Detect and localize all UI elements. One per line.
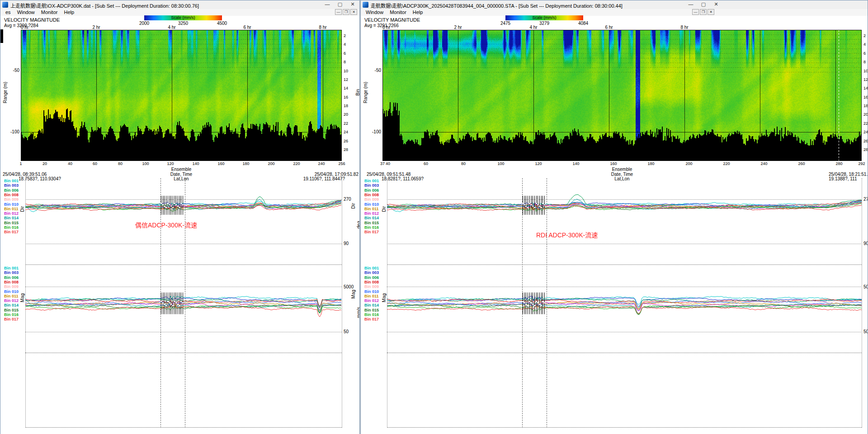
ensemble-tick: 240	[318, 162, 325, 166]
bin-tick: 26	[863, 139, 868, 144]
bin-tick: 2	[344, 34, 346, 38]
ensemble-tick: 20	[42, 162, 47, 166]
scale-tick: 2475	[500, 21, 510, 26]
ensemble-tick: 80	[118, 162, 123, 166]
range-tick: -50	[6, 68, 19, 73]
window-left: 上走航数据\走航\OX-ADCP300K.dat - [Sub Set --- …	[0, 0, 360, 434]
range-axis-label: Range (m)	[3, 82, 8, 103]
legend-bin-label: Bin 017	[4, 230, 19, 235]
ensemble-tick: 200	[685, 162, 692, 166]
dir-tick: 90	[344, 241, 349, 246]
bin-tick: 20	[344, 113, 348, 117]
magnitude-chart[interactable]	[25, 265, 342, 353]
minimize-button[interactable]: —	[324, 1, 330, 7]
legend-bin-label: Bin 003	[4, 271, 19, 275]
plot-title: VELOCITY MAGNITUDE	[4, 17, 60, 23]
ensemble-tick: 80	[461, 162, 466, 166]
dir-tick: 90	[863, 241, 868, 246]
legend-bin-label: Bin 014	[4, 216, 19, 221]
scale-tick: 2000	[139, 21, 149, 26]
range-tick: -100	[368, 129, 381, 135]
close-button[interactable]: ✕	[349, 1, 356, 7]
bin-tick: 24	[344, 130, 348, 135]
ensemble-tick: 100	[142, 162, 149, 166]
menu-item[interactable]: Help	[410, 9, 426, 15]
mag-axis-unit: mm/s	[356, 307, 360, 318]
legend-bin-label: Bin 017	[364, 317, 379, 322]
child-minimize-button[interactable]: —	[335, 9, 342, 15]
bin-tick: 28	[863, 148, 868, 152]
ensemble-tick: 260	[798, 162, 805, 166]
menu-item[interactable]: Window	[363, 9, 387, 15]
mag-axis-name-left: Mag	[382, 293, 387, 302]
bin-tick: 16	[344, 95, 348, 100]
dir-axis-unit: deg	[356, 221, 360, 229]
close-button[interactable]: ✕	[713, 1, 719, 7]
dir-axis-name: Dir	[351, 203, 356, 209]
window-controls: — ▢ ✕	[688, 1, 719, 7]
menu-item[interactable]: Monitor	[38, 9, 61, 15]
ensemble-axis-label: Ensemble	[171, 167, 191, 172]
ensemble-tick: 280	[835, 162, 842, 166]
ensemble-tick: 140	[192, 162, 199, 166]
magnitude-chart[interactable]	[387, 265, 862, 353]
ensemble-tick: 292	[858, 162, 865, 166]
ensemble-tick: 240	[760, 162, 767, 166]
bin-tick: 6	[863, 52, 866, 56]
maximize-button[interactable]: ▢	[700, 1, 707, 7]
child-restore-button[interactable]: ❐	[700, 9, 707, 15]
bin-tick: 10	[344, 69, 348, 74]
time-tick: 2 hr	[454, 25, 462, 30]
child-close-button[interactable]: ✕	[708, 9, 714, 15]
child-restore-button[interactable]: ❐	[343, 9, 349, 15]
panel-divider	[387, 427, 862, 428]
ensemble-tick: 256	[338, 162, 345, 166]
minimize-button[interactable]: —	[688, 1, 694, 7]
scale-tick: 3250	[178, 21, 188, 26]
chart-edge-line	[342, 178, 342, 428]
range-tick: -100	[6, 129, 19, 135]
menu-items: esWindowMonitorHelp	[2, 9, 77, 15]
ensemble-axis-label: Ensemble	[612, 167, 632, 172]
legend-bin-label: Bin 003	[4, 184, 19, 188]
titlebar: 上走航数据\走航\OX-ADCP300K.dat - [Sub Set --- …	[0, 0, 359, 9]
titlebar: 走航数据\走航\ADCP300K_20250428T083944_004_000…	[361, 0, 868, 9]
bin-tick: 14	[344, 86, 348, 91]
direction-chart[interactable]	[387, 178, 862, 265]
window-title: 走航数据\走航\ADCP300K_20250428T083944_004_000…	[371, 2, 623, 9]
menu-item[interactable]: Window	[14, 9, 38, 15]
chart-annotation: RDI ADCP-300K-流速	[536, 231, 598, 239]
legend-bin-label: Bin 009	[4, 285, 19, 289]
velocity-heatmap[interactable]	[382, 30, 862, 161]
menu-item[interactable]: Help	[61, 9, 77, 15]
ensemble-tick: 40	[68, 162, 72, 166]
mag-tick: 5000	[344, 284, 354, 290]
bin-tick: 4	[863, 42, 866, 47]
maximize-button[interactable]: ▢	[337, 1, 343, 7]
velocity-heatmap[interactable]	[21, 30, 342, 161]
menu-item[interactable]: Monitor	[387, 9, 410, 15]
legend-bin-label: Bin 009	[364, 198, 379, 202]
bin-tick: 28	[344, 148, 348, 152]
child-close-button[interactable]: ✕	[350, 9, 357, 15]
menubar: WindowMonitorHelp — ❐ ✕	[361, 9, 868, 16]
bin-tick: 14	[863, 86, 868, 91]
time-tick: 4 hr	[168, 25, 175, 30]
time-tick: 0 hr	[382, 25, 390, 30]
ensemble-tick: 180	[242, 162, 249, 166]
bin-tick: 22	[863, 122, 868, 126]
child-minimize-button[interactable]: —	[692, 9, 699, 15]
ensemble-tick: 120	[167, 162, 174, 166]
bin-tick: 12	[344, 78, 348, 82]
menu-item[interactable]: es	[2, 9, 14, 15]
dir-axis-name-left: Dir	[20, 206, 25, 212]
ensemble-tick: 120	[535, 162, 542, 166]
bin-tick: 2	[863, 34, 866, 38]
bin-tick: 12	[863, 78, 868, 82]
ensemble-tick: 160	[610, 162, 617, 166]
mag-axis-name: Mag	[351, 290, 356, 298]
legend-bin-label: Bin 017	[4, 317, 19, 322]
bin-tick: 10	[863, 69, 868, 74]
ensemble-tick: 180	[647, 162, 654, 166]
mag-tick: 5000	[863, 284, 868, 290]
